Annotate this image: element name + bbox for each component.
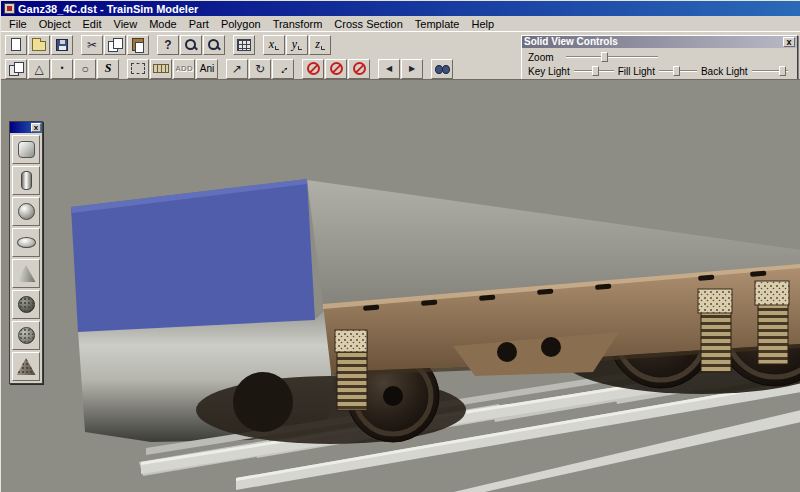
menu-item-object[interactable]: Object — [33, 17, 77, 31]
menu-item-template[interactable]: Template — [409, 17, 466, 31]
next-button[interactable]: ▶ — [401, 59, 423, 79]
zoom-label: Zoom — [528, 52, 562, 63]
toolbar-separator — [120, 59, 126, 79]
spline-tool-button[interactable]: S — [97, 59, 119, 79]
slider-thumb[interactable] — [673, 66, 680, 76]
wheel-hub — [383, 386, 403, 406]
slider-thumb[interactable] — [779, 66, 786, 76]
palette-tool-cylinder[interactable] — [12, 166, 40, 195]
no-move-icon — [307, 62, 320, 75]
menu-item-view[interactable]: View — [108, 17, 144, 31]
add-label: ADD — [175, 64, 192, 73]
help-icon: ? — [164, 39, 171, 51]
back-light-slider[interactable] — [752, 65, 788, 77]
key-light-slider[interactable] — [574, 65, 614, 77]
axis-tick-icon — [298, 46, 302, 50]
measure-button[interactable] — [150, 59, 172, 79]
menu-item-polygon[interactable]: Polygon — [215, 17, 267, 31]
menu-item-cross-section[interactable]: Cross Section — [328, 17, 408, 31]
back-light-label: Back Light — [701, 66, 748, 77]
window-title: Ganz38_4C.dst - TrainSim Modeler — [18, 3, 198, 15]
right-axlebox-1[interactable] — [698, 289, 732, 313]
palette-tool-box[interactable] — [12, 135, 40, 164]
pointer-button[interactable]: ↗ — [226, 59, 248, 79]
close-icon[interactable]: x — [31, 123, 41, 132]
palette-tool-rock-sphere-light[interactable] — [12, 321, 40, 350]
solid-view-controls-titlebar[interactable]: Solid View Controls x — [522, 36, 797, 48]
paste-button[interactable] — [127, 35, 149, 55]
no-move-button[interactable] — [302, 59, 324, 79]
point-tool-button[interactable]: • — [51, 59, 73, 79]
menu-item-part[interactable]: Part — [183, 17, 215, 31]
point-icon: • — [60, 64, 63, 73]
rotate-button[interactable]: ↻ — [249, 59, 271, 79]
animation-button[interactable]: Ani — [196, 59, 218, 79]
new-file-button[interactable] — [5, 35, 27, 55]
help-button[interactable]: ? — [157, 35, 179, 55]
marquee-select-button[interactable] — [127, 59, 149, 79]
open-file-button[interactable] — [28, 35, 50, 55]
no-scale-button[interactable] — [348, 59, 370, 79]
find-button[interactable] — [431, 59, 453, 79]
zoom-slider[interactable] — [566, 51, 658, 63]
menu-item-edit[interactable]: Edit — [77, 17, 108, 31]
menu-item-transform[interactable]: Transform — [267, 17, 329, 31]
toolbar-separator — [150, 35, 156, 55]
close-icon[interactable]: x — [783, 37, 795, 47]
palette-tool-disc[interactable] — [12, 228, 40, 257]
left-rear-wheel[interactable] — [233, 372, 293, 432]
grid-toggle-button[interactable] — [233, 35, 255, 55]
palette-tool-rock-sphere-dark[interactable] — [12, 290, 40, 319]
copy-button[interactable] — [104, 35, 126, 55]
palette-tool-rock-cone[interactable] — [12, 352, 40, 381]
zoom-out-button[interactable] — [203, 35, 225, 55]
solid-view-controls-panel: Solid View Controls x Zoom Key Light — [521, 35, 798, 80]
circle-tool-button[interactable]: ○ — [74, 59, 96, 79]
no-rotate-icon — [330, 62, 343, 75]
stretch-button[interactable]: ↔ — [272, 59, 294, 79]
no-rotate-button[interactable] — [325, 59, 347, 79]
slider-track[interactable] — [566, 56, 658, 58]
axis-y-button[interactable]: y — [286, 35, 308, 55]
viewport-3d[interactable]: x — [1, 79, 800, 492]
menu-item-mode[interactable]: Mode — [143, 17, 183, 31]
left-axlebox[interactable] — [335, 330, 367, 352]
triangle-tool-button[interactable]: △ — [28, 59, 50, 79]
cut-icon: ✂ — [87, 39, 97, 51]
save-file-button[interactable] — [51, 35, 73, 55]
palette-tool-cone[interactable] — [12, 259, 40, 288]
grid-icon — [237, 39, 251, 51]
marquee-icon — [131, 63, 145, 74]
sphere-primitive-icon — [18, 203, 35, 220]
toolbar-separator — [74, 35, 80, 55]
open-folder-icon — [32, 41, 46, 51]
cut-button[interactable]: ✂ — [81, 35, 103, 55]
rotate-icon: ↻ — [255, 63, 265, 75]
palette-titlebar[interactable]: x — [10, 122, 42, 133]
menu-item-file[interactable]: File — [3, 17, 33, 31]
duplicate-part-button[interactable] — [5, 59, 27, 79]
app-icon — [4, 3, 15, 14]
toolbar-separator — [295, 59, 301, 79]
menu-bar: File Object Edit View Mode Part Polygon … — [1, 16, 800, 31]
add-button[interactable]: ADD — [173, 59, 195, 79]
menu-item-help[interactable]: Help — [465, 17, 500, 31]
cylinder-primitive-icon — [21, 171, 32, 190]
title-bar[interactable]: Ganz38_4C.dst - TrainSim Modeler — [1, 1, 800, 16]
box-primitive-icon — [18, 141, 35, 158]
axis-x-button[interactable]: x — [263, 35, 285, 55]
key-light-label: Key Light — [528, 66, 570, 77]
slider-thumb[interactable] — [592, 66, 599, 76]
axis-z-button[interactable]: z — [309, 35, 331, 55]
duplicate-icon — [9, 62, 23, 75]
fill-light-slider[interactable] — [659, 65, 697, 77]
palette-tool-sphere[interactable] — [12, 197, 40, 226]
right-axlebox-2[interactable] — [755, 281, 789, 305]
fill-light-label: Fill Light — [618, 66, 655, 77]
circle-icon: ○ — [81, 63, 88, 75]
zoom-in-button[interactable] — [180, 35, 202, 55]
prev-button[interactable]: ◀ — [378, 59, 400, 79]
rock-sphere-light-icon — [18, 327, 35, 344]
slider-thumb[interactable] — [601, 52, 608, 62]
scene-canvas[interactable] — [1, 80, 800, 492]
